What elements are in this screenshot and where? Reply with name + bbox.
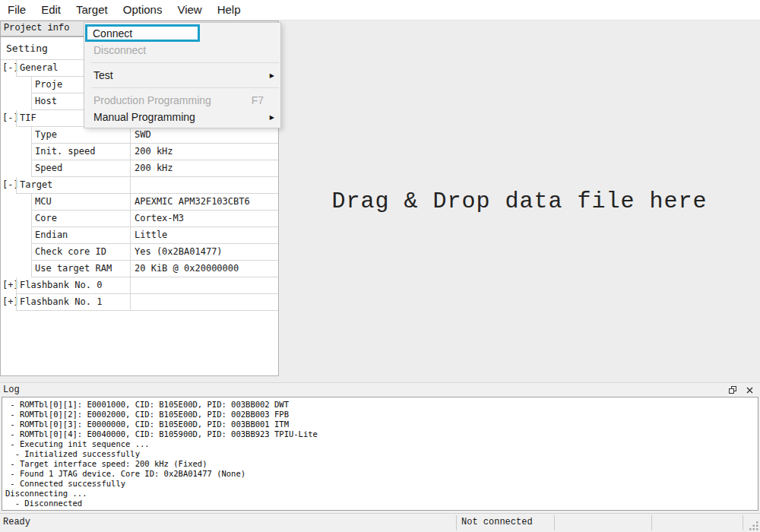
row-label: MCU: [31, 194, 130, 211]
row-value: 200 kHz: [130, 144, 278, 160]
row-value: [130, 294, 278, 311]
tree-toggle[interactable]: [-]: [1, 177, 16, 194]
log-panel-title: Log: [3, 385, 20, 395]
row-label: Type: [31, 127, 130, 144]
menu-item-view[interactable]: View: [169, 0, 209, 20]
menu-item-production-programming: Production ProgrammingF7: [84, 92, 280, 109]
menu-item-label: Production Programming: [93, 94, 211, 106]
menu-item-label: Connect: [93, 27, 132, 40]
row-indent: [1, 77, 31, 93]
row-value: APEXMIC APM32F103CBT6: [130, 194, 278, 211]
table-row-use-target-ram[interactable]: Use target RAM20 KiB @ 0x20000000: [1, 261, 278, 277]
row-value: [130, 177, 278, 194]
menu-item-label: Disconnect: [93, 44, 146, 56]
row-label: Speed: [31, 160, 130, 177]
status-separator: [651, 515, 652, 530]
row-indent: [1, 244, 31, 261]
menu-separator: [91, 87, 279, 88]
row-indent: [1, 211, 31, 227]
menu-item-label: Manual Programming: [93, 111, 195, 123]
log-line: Disconnecting ...: [5, 489, 758, 499]
log-line: - Initialized successfully: [5, 449, 758, 459]
row-indent: [1, 160, 31, 177]
table-row-check-core-id[interactable]: Check core IDYes (0x2BA01477): [1, 244, 278, 261]
menu-item-connect[interactable]: Connect: [85, 24, 200, 42]
table-row-type[interactable]: TypeSWD: [1, 127, 278, 144]
close-panel-icon[interactable]: [743, 385, 755, 395]
log-line: - ROMTbl[0][2]: E0002000, CID: B105E00D,…: [5, 410, 758, 420]
row-indent: [1, 127, 31, 144]
log-output[interactable]: - ROMTbl[0][1]: E0001000, CID: B105E00D,…: [2, 397, 758, 511]
menu-item-edit[interactable]: Edit: [33, 0, 68, 20]
menu-item-label: Test: [93, 69, 113, 81]
log-panel-titlebar: Log: [0, 383, 760, 397]
row-label: Flashbank No. 1: [16, 294, 130, 311]
row-indent: [1, 261, 31, 277]
row-label: Core: [31, 211, 130, 227]
status-bar: Ready Not connected: [0, 513, 760, 532]
row-value: Yes (0x2BA01477): [130, 244, 278, 261]
row-value: 200 kHz: [130, 160, 278, 177]
log-line: - Connected successfully: [5, 479, 758, 489]
row-label: Endian: [31, 227, 130, 244]
menu-item-options[interactable]: Options: [116, 0, 170, 20]
log-line: - ROMTbl[0][3]: E0000000, CID: B105E00D,…: [5, 420, 758, 429]
log-line: - Target interface speed: 200 kHz (Fixed…: [5, 459, 758, 469]
table-row-speed[interactable]: Speed200 kHz: [1, 160, 278, 177]
row-indent: [1, 194, 31, 211]
submenu-arrow-icon: ▶: [270, 114, 274, 121]
status-connection: Not connected: [461, 514, 533, 531]
menu-item-help[interactable]: Help: [210, 0, 249, 20]
log-line: - Disconnected: [5, 499, 758, 508]
row-indent: [1, 227, 31, 244]
status-ready: Ready: [3, 514, 30, 531]
row-value: SWD: [130, 127, 278, 144]
table-row-mcu[interactable]: MCUAPEXMIC APM32F103CBT6: [1, 194, 278, 211]
tree-toggle[interactable]: [+]: [1, 277, 16, 294]
status-separator: [554, 515, 555, 530]
table-row-flashbank-no-0[interactable]: [+]Flashbank No. 0: [1, 277, 278, 294]
row-label: Init. speed: [31, 144, 130, 160]
menu-bar: FileEditTargetOptionsViewHelp: [0, 0, 760, 21]
row-indent: [1, 93, 31, 110]
row-label: Check core ID: [31, 244, 130, 261]
shortcut-label: F7: [252, 94, 264, 106]
menu-item-target[interactable]: Target: [68, 0, 116, 20]
row-value: Little: [130, 227, 278, 244]
menu-item-file[interactable]: File: [0, 0, 33, 20]
row-label: Target: [16, 177, 130, 194]
menu-separator: [91, 62, 279, 63]
log-line: - ROMTbl[0][4]: E0040000, CID: B105900D,…: [5, 429, 758, 439]
log-line: - Executing init sequence ...: [5, 439, 758, 449]
table-row-flashbank-no-1[interactable]: [+]Flashbank No. 1: [1, 294, 278, 311]
table-row-endian[interactable]: EndianLittle: [1, 227, 278, 244]
log-line: - Found 1 JTAG device. Core ID: 0x2BA014…: [5, 469, 758, 479]
status-separator: [743, 515, 743, 530]
row-indent: [1, 144, 31, 160]
row-label: Flashbank No. 0: [16, 277, 130, 294]
table-row-core[interactable]: CoreCortex-M3: [1, 211, 278, 227]
status-separator: [456, 515, 457, 530]
menu-item-manual-programming[interactable]: Manual Programming▶: [84, 109, 280, 125]
log-panel: Log - ROMTbl[0][1]: E0001000, CID: B105E…: [0, 382, 760, 513]
submenu-arrow-icon: ▶: [270, 72, 274, 79]
resize-grip-icon[interactable]: [748, 520, 758, 530]
row-value: Cortex-M3: [130, 211, 278, 227]
table-row-target[interactable]: [-]Target: [1, 177, 278, 194]
menu-item-test[interactable]: Test▶: [84, 67, 280, 84]
menu-item-disconnect: Disconnect: [84, 42, 280, 59]
tree-toggle[interactable]: [+]: [1, 294, 16, 311]
tree-toggle[interactable]: [-]: [1, 110, 16, 127]
drop-zone[interactable]: Drag & Drop data file here: [279, 21, 760, 382]
target-menu: ConnectDisconnectTest▶Production Program…: [84, 22, 281, 128]
table-row-init-speed[interactable]: Init. speed200 kHz: [1, 144, 278, 160]
log-line: - ROMTbl[0][1]: E0001000, CID: B105E00D,…: [5, 400, 758, 410]
float-panel-icon[interactable]: [727, 385, 739, 395]
row-value: 20 KiB @ 0x20000000: [130, 261, 278, 277]
row-label: Use target RAM: [31, 261, 130, 277]
row-value: [130, 277, 278, 294]
tree-toggle[interactable]: [-]: [1, 60, 16, 77]
drop-zone-text: Drag & Drop data file here: [331, 188, 707, 214]
